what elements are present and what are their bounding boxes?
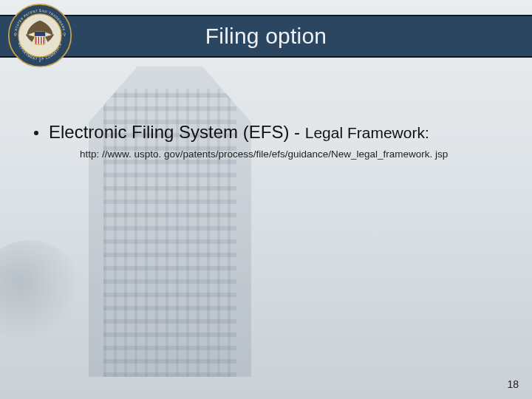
- bullet-main: Electronic Filing System (EFS) -: [49, 122, 305, 142]
- svg-point-11: [39, 61, 41, 62]
- page-number: 18: [507, 378, 519, 390]
- slide-title: Filing option: [205, 24, 327, 49]
- background-blob: [0, 240, 81, 344]
- svg-rect-5: [35, 32, 45, 36]
- bullet-dot-icon: [34, 131, 38, 135]
- bullet-text: Electronic Filing System (EFS) - Legal F…: [49, 122, 429, 143]
- svg-point-10: [39, 9, 41, 10]
- title-band: Filing option: [0, 15, 532, 58]
- svg-point-12: [15, 35, 16, 36]
- bullet-sub: Legal Framework:: [305, 124, 429, 141]
- bullet-item: Electronic Filing System (EFS) - Legal F…: [30, 122, 502, 143]
- slide: UNITED STATES PATENT AND TRADEMARK OFFIC…: [0, 0, 532, 399]
- content-area: Electronic Filing System (EFS) - Legal F…: [30, 122, 502, 160]
- url-text: http: //www. uspto. gov/patents/process/…: [80, 149, 502, 160]
- svg-point-13: [64, 35, 66, 36]
- agency-seal-icon: UNITED STATES PATENT AND TRADEMARK OFFIC…: [7, 3, 72, 68]
- background-building: [89, 66, 251, 377]
